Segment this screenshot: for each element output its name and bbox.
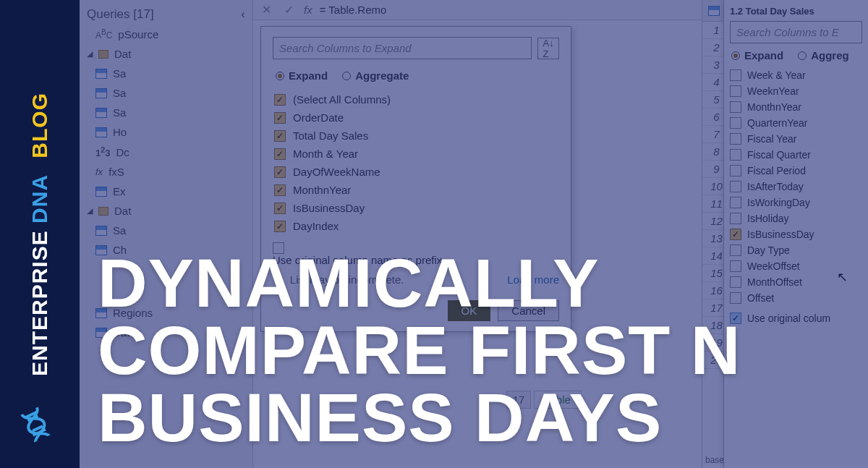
sort-az-button[interactable]: A↓Z: [537, 38, 559, 59]
checkbox-icon: ✓: [730, 133, 741, 145]
radio-label: Aggreg: [811, 49, 849, 61]
checkbox-icon: ✓: [730, 85, 741, 97]
text-type-icon: ABC: [95, 28, 112, 41]
column-name: Week & Year: [747, 69, 806, 81]
radio-dot-icon: [342, 72, 351, 80]
column-name: IsHoliday: [747, 213, 789, 224]
table-icon: [95, 127, 107, 137]
column-checkbox-row[interactable]: ✓Month & Year: [273, 145, 559, 163]
formula-bar: ✕ ✓ fx = Table.Remo: [253, 0, 702, 20]
checkbox-icon: ✓: [730, 149, 741, 161]
query-label: Sa: [113, 106, 126, 119]
second-col-header: 1.2 Total Day Sales: [730, 6, 862, 17]
dna-icon: [13, 401, 61, 453]
radio-label: Expand: [744, 49, 783, 61]
column-checkbox-row[interactable]: ✓QuarternYear: [730, 115, 862, 131]
column-checkbox-row[interactable]: ✓MonthnYear: [730, 99, 862, 115]
checkbox-icon: ✓: [730, 117, 741, 129]
checkbox-icon: ✓: [730, 165, 741, 176]
table-icon: [95, 187, 107, 197]
brand-word-3: BLOG: [27, 93, 51, 158]
checkbox-icon: ✓: [274, 184, 286, 196]
column-name: QuarternYear: [747, 117, 808, 129]
query-item[interactable]: fxfxS: [82, 162, 250, 182]
column-checkbox-row[interactable]: ✓IsAfterToday: [730, 179, 862, 195]
query-label: Ho: [113, 126, 127, 138]
group-label: Dat: [114, 205, 131, 217]
column-name: MonthnYear: [747, 101, 801, 113]
folder-icon: [98, 50, 109, 59]
number-type-icon: 123: [95, 145, 111, 158]
radio-label: Expand: [289, 69, 328, 82]
headline-line-2: COMPARE FIRST N: [98, 317, 861, 384]
column-checkbox-row[interactable]: ✓IsBusinessDay: [273, 199, 559, 217]
query-item[interactable]: Sa: [82, 221, 250, 240]
commit-formula-icon[interactable]: ✓: [281, 3, 297, 17]
column-checkbox-row[interactable]: ✓IsBusinessDay: [730, 226, 862, 242]
checkbox-icon: ✓: [274, 148, 286, 160]
checkbox-icon: ✓: [730, 197, 741, 208]
column-checkbox-row[interactable]: ✓Fiscal Quarter: [730, 147, 862, 163]
group-label: Dat: [114, 48, 131, 60]
column-checkbox-row[interactable]: ✓Fiscal Year: [730, 131, 862, 147]
radio-aggregate[interactable]: Aggregate: [342, 69, 409, 82]
checkbox-icon: ✓: [730, 101, 741, 113]
brand-word-1: ENTERPRISE: [27, 230, 51, 376]
column-name: DayIndex: [293, 220, 339, 232]
query-group-1[interactable]: ◢ Dat: [82, 44, 250, 64]
headline: DYNAMICALLY COMPARE FIRST N BUSINESS DAY…: [98, 250, 861, 451]
radio-aggregate[interactable]: Aggreg: [798, 49, 849, 61]
columns-checklist: ✓(Select All Columns) ✓OrderDate ✓Total …: [273, 90, 559, 235]
column-checkbox-row[interactable]: ✓Fiscal Period: [730, 163, 862, 179]
collapse-icon[interactable]: ‹: [241, 7, 245, 22]
query-label: Ex: [113, 185, 126, 197]
column-name: IsWorkingDay: [747, 197, 810, 208]
query-item[interactable]: Ex: [82, 182, 250, 201]
column-checkbox-row[interactable]: ✓DayIndex: [273, 217, 559, 235]
expand-triangle-icon: ◢: [87, 49, 93, 59]
headline-line-1: DYNAMICALLY: [98, 250, 861, 317]
query-psource[interactable]: ABC pSource: [82, 25, 250, 44]
fx-icon: fx: [95, 166, 103, 177]
column-checkbox-row[interactable]: ✓OrderDate: [273, 109, 559, 127]
query-group-2[interactable]: ◢ Dat: [82, 201, 250, 221]
column-name: MonthnYear: [293, 184, 351, 196]
query-item[interactable]: Ho: [82, 122, 250, 142]
query-item[interactable]: Sa: [82, 64, 250, 83]
column-name: Month & Year: [293, 148, 358, 160]
radio-expand[interactable]: Expand: [276, 69, 328, 82]
column-name: IsBusinessDay: [747, 229, 814, 240]
column-name: IsBusinessDay: [293, 202, 365, 214]
column-checkbox-row[interactable]: ✓(Select All Columns): [273, 90, 559, 109]
cancel-formula-icon[interactable]: ✕: [259, 3, 274, 17]
column-checkbox-row[interactable]: ✓Week & Year: [730, 67, 862, 83]
column-checkbox-row[interactable]: ✓MonthnYear: [273, 181, 559, 199]
search-columns-input[interactable]: Search Columns to E: [730, 21, 862, 43]
column-checkbox-row[interactable]: ✓Total Day Sales: [273, 127, 559, 145]
column-checkbox-row[interactable]: ✓WeeknYear: [730, 83, 862, 99]
query-label: Sa: [113, 224, 126, 237]
fx-icon[interactable]: fx: [304, 4, 312, 16]
headline-line-3: BUSINESS DAYS: [98, 384, 861, 451]
table-icon: [95, 88, 107, 98]
checkbox-icon: ✓: [730, 69, 741, 81]
column-checkbox-row[interactable]: ✓IsHoliday: [730, 210, 862, 226]
expand-triangle-icon: ◢: [87, 206, 93, 216]
query-label: fxS: [109, 166, 124, 178]
column-name: WeeknYear: [747, 85, 799, 97]
query-item[interactable]: Sa: [82, 83, 250, 103]
table-icon: [95, 69, 107, 79]
column-name: Fiscal Year: [747, 133, 796, 145]
query-item[interactable]: 123Dc: [82, 142, 250, 162]
column-checkbox-row[interactable]: ✓IsWorkingDay: [730, 195, 862, 210]
query-item[interactable]: Sa: [82, 103, 250, 122]
formula-text[interactable]: = Table.Remo: [320, 4, 387, 16]
column-name: Fiscal Quarter: [747, 149, 811, 161]
search-columns-input[interactable]: Search Columns to Expand: [273, 37, 532, 59]
checkbox-icon: ✓: [274, 221, 286, 232]
query-label: pSource: [118, 28, 158, 41]
column-checkbox-row[interactable]: ✓DayOfWeekName: [273, 163, 559, 181]
expand-aggregate-radio: Expand Aggregate: [276, 69, 559, 82]
radio-expand[interactable]: Expand: [731, 49, 783, 61]
queries-pane-title: Queries [17] ‹: [82, 4, 250, 25]
